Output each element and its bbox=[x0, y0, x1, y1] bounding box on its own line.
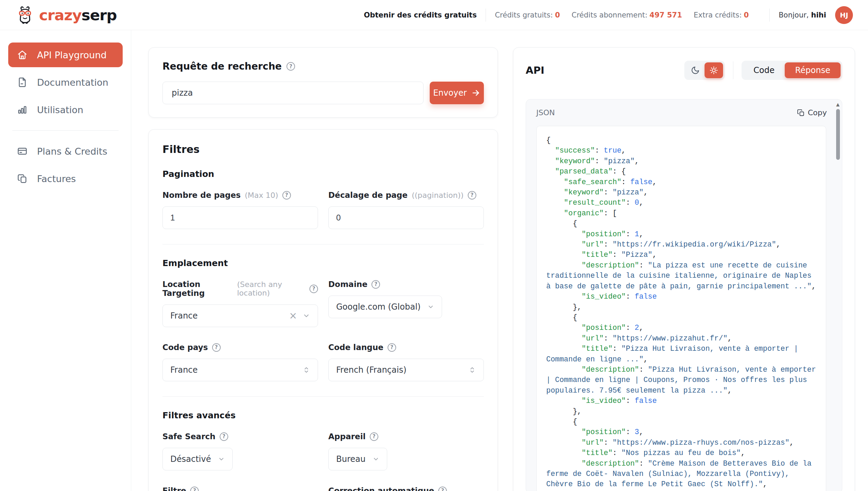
sidebar-item-label: Plans & Credits bbox=[37, 146, 107, 157]
offset-input[interactable] bbox=[328, 206, 484, 229]
chevron-down-icon bbox=[427, 303, 434, 310]
moon-icon bbox=[691, 66, 700, 75]
tab-response[interactable]: Réponse bbox=[785, 62, 841, 78]
search-card: Requête de recherche ? Envoyer bbox=[148, 47, 498, 118]
location-select[interactable]: France × bbox=[162, 304, 318, 327]
help-icon[interactable]: ? bbox=[371, 280, 380, 289]
domain-select[interactable]: Google.com (Global) bbox=[328, 296, 442, 318]
subscription-credits-value: 497 571 bbox=[649, 11, 682, 19]
pages-input[interactable] bbox=[162, 206, 318, 229]
main-content: Requête de recherche ? Envoyer Filtres bbox=[131, 30, 868, 491]
api-title: API bbox=[526, 64, 545, 76]
country-select[interactable]: France bbox=[162, 359, 318, 381]
brand-mascot-icon bbox=[15, 5, 35, 25]
extra-credits-value: 0 bbox=[744, 11, 749, 19]
help-icon[interactable]: ? bbox=[286, 62, 295, 71]
help-icon[interactable]: ? bbox=[468, 191, 476, 200]
sidebar-item-api-playground[interactable]: API Playground bbox=[8, 43, 123, 67]
search-title-row: Requête de recherche ? bbox=[162, 61, 484, 72]
top-header: crazyserp Obtenir des crédits gratuits C… bbox=[0, 0, 868, 30]
user-greeting: Bonjour, hihi bbox=[779, 11, 826, 19]
help-icon[interactable]: ? bbox=[388, 343, 396, 352]
help-icon[interactable]: ? bbox=[220, 432, 228, 441]
sidebar-item-documentation[interactable]: Documentation bbox=[8, 70, 123, 95]
sidebar-item-plans-credits[interactable]: Plans & Credits bbox=[8, 139, 123, 164]
brand-logo[interactable]: crazyserp bbox=[15, 5, 117, 25]
language-label: JSON bbox=[536, 108, 555, 117]
unfold-icon bbox=[303, 366, 310, 374]
help-icon[interactable]: ? bbox=[282, 191, 291, 200]
send-button[interactable]: Envoyer bbox=[430, 82, 484, 104]
filters-title: Filtres bbox=[162, 143, 484, 155]
header-divider bbox=[486, 9, 486, 22]
sidebar-item-factures[interactable]: Factures bbox=[8, 166, 123, 191]
json-scrollbar[interactable]: ▲ bbox=[835, 101, 841, 491]
safe-search-select[interactable]: Désactivé bbox=[162, 448, 233, 470]
header-divider bbox=[769, 9, 770, 22]
app: crazyserp Obtenir des crédits gratuits C… bbox=[0, 0, 868, 491]
chevron-down-icon bbox=[372, 456, 379, 463]
scrollbar-thumb[interactable] bbox=[836, 109, 840, 160]
autocorrect-label: Correction automatique bbox=[328, 486, 434, 491]
view-tabs: Code Réponse bbox=[742, 61, 842, 80]
emplacement-heading: Emplacement bbox=[162, 258, 484, 268]
device-label: Appareil bbox=[328, 432, 366, 441]
language-select[interactable]: French (Français) bbox=[328, 359, 484, 381]
sidebar-item-label: Documentation bbox=[37, 77, 108, 88]
api-column: API C bbox=[513, 47, 855, 491]
invoices-icon bbox=[17, 173, 27, 184]
filter-field: Filtre ? 1 - Activé bbox=[162, 486, 318, 491]
filters-card: Filtres Pagination Nombre de pages (Max … bbox=[148, 129, 498, 491]
section-divider bbox=[162, 244, 484, 244]
brand-name: crazyserp bbox=[39, 7, 117, 24]
sidebar-item-label: Factures bbox=[37, 173, 76, 184]
free-credits-stat: Crédits gratuits:0 bbox=[495, 11, 560, 19]
arrow-right-icon bbox=[472, 88, 480, 97]
get-free-credits-link[interactable]: Obtenir des crédits gratuits bbox=[364, 11, 477, 19]
pages-hint: (Max 10) bbox=[245, 191, 278, 200]
json-panel: JSON Copy { "success": true, "keyword": … bbox=[526, 99, 842, 491]
device-field: Appareil ? Bureau bbox=[328, 432, 484, 470]
help-icon[interactable]: ? bbox=[309, 285, 318, 293]
help-icon[interactable]: ? bbox=[212, 343, 221, 352]
offset-hint: ((pagination)) bbox=[412, 191, 463, 200]
controls-divider bbox=[733, 61, 733, 79]
json-code-box: { "success": true, "keyword": "pizza", "… bbox=[536, 126, 826, 491]
document-icon bbox=[17, 77, 27, 87]
bar-chart-icon bbox=[17, 105, 27, 115]
free-credits-value: 0 bbox=[555, 11, 560, 19]
scroll-up-icon[interactable]: ▲ bbox=[836, 102, 840, 107]
help-icon[interactable]: ? bbox=[190, 487, 199, 491]
pages-field: Nombre de pages (Max 10) ? bbox=[162, 191, 318, 229]
light-mode-button[interactable] bbox=[705, 62, 723, 78]
section-divider bbox=[162, 396, 484, 397]
avatar[interactable]: HJ bbox=[835, 6, 853, 24]
sidebar-item-utilisation[interactable]: Utilisation bbox=[8, 97, 123, 122]
api-card: API C bbox=[513, 47, 855, 491]
offset-label: Décalage de page bbox=[328, 191, 407, 200]
header-right: Obtenir des crédits gratuits Crédits gra… bbox=[364, 6, 853, 24]
credit-card-icon bbox=[17, 146, 27, 156]
sidebar-item-label: API Playground bbox=[37, 50, 107, 60]
pagination-heading: Pagination bbox=[162, 169, 484, 179]
tab-code[interactable]: Code bbox=[743, 62, 785, 78]
theme-toggle bbox=[684, 61, 725, 80]
domain-label: Domaine bbox=[328, 280, 367, 289]
chevron-down-icon bbox=[303, 312, 310, 320]
unfold-icon bbox=[468, 366, 476, 374]
clear-icon[interactable]: × bbox=[289, 311, 297, 321]
help-icon[interactable]: ? bbox=[370, 432, 378, 441]
copy-button[interactable]: Copy bbox=[797, 108, 827, 117]
device-select[interactable]: Bureau bbox=[328, 448, 387, 470]
help-icon[interactable]: ? bbox=[438, 487, 447, 491]
copy-icon bbox=[797, 109, 805, 117]
advanced-heading: Filtres avancés bbox=[162, 410, 484, 420]
language-label: Code langue bbox=[328, 343, 383, 352]
username: hihi bbox=[811, 11, 826, 19]
subscription-credits-stat: Crédits abonnement:497 571 bbox=[572, 11, 682, 19]
search-input[interactable] bbox=[162, 82, 424, 104]
pages-label: Nombre de pages bbox=[162, 191, 241, 200]
dark-mode-button[interactable] bbox=[686, 62, 705, 78]
domain-field: Domaine ? Google.com (Global) bbox=[328, 280, 484, 327]
autocorrect-field: Correction automatique ? 0 - Inclure bbox=[328, 486, 484, 491]
